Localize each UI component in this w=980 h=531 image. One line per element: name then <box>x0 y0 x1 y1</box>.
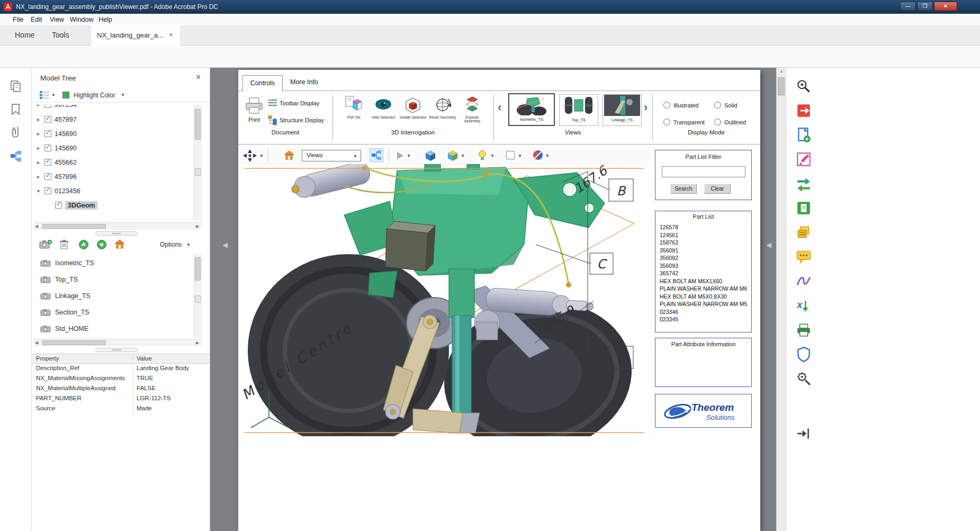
chevron-right-icon[interactable]: ▸ <box>37 145 44 151</box>
document-scrollbar[interactable]: ▲ <box>776 68 786 531</box>
open-pane-icon[interactable] <box>796 426 812 442</box>
tree-node-expanded[interactable]: ▾0123456 <box>37 184 80 198</box>
radio-solid-label[interactable]: Solid <box>724 102 737 109</box>
model-tree-nav-icon[interactable] <box>10 150 22 162</box>
model-tree-toggle[interactable] <box>370 148 383 162</box>
views-prev-icon[interactable]: ‹ <box>498 101 501 114</box>
search-button[interactable]: Search <box>670 184 697 194</box>
panel-splitter[interactable]: •••••• <box>95 348 138 352</box>
tree-node[interactable]: ▸145690 <box>37 141 77 155</box>
chevron-down-icon[interactable]: ▼ <box>186 242 191 247</box>
isolate-selected-icon[interactable] <box>404 95 422 113</box>
pdf-tab-controls[interactable]: Controls <box>242 75 283 92</box>
part-list-item[interactable]: 158762 <box>660 239 749 247</box>
pdf-print-icon[interactable] <box>245 96 264 114</box>
scrollbar-thumb[interactable] <box>195 109 201 140</box>
views-horizontal-scrollbar[interactable]: ◀ ▶ <box>34 339 202 346</box>
structure-display-icon[interactable] <box>268 115 277 125</box>
view-list-item[interactable]: Section_TS <box>40 304 89 320</box>
home-view-icon[interactable] <box>284 150 294 160</box>
part-list-item[interactable]: 023346 <box>660 309 749 317</box>
chevron-down-icon[interactable]: ▼ <box>518 154 522 158</box>
comment-pane-icon[interactable] <box>796 249 812 265</box>
render-mode-icon[interactable] <box>425 150 436 161</box>
chevron-down-icon[interactable]: ▼ <box>545 154 550 158</box>
panel-close-icon[interactable]: × <box>196 73 201 82</box>
create-view-icon[interactable] <box>39 239 52 250</box>
chevron-down-icon[interactable]: ▼ <box>461 154 465 158</box>
toolbar-display-label[interactable]: Toolbar Display <box>280 100 319 106</box>
scrollbar-thumb[interactable] <box>195 168 201 176</box>
tree-node-selected[interactable]: 3DGeom <box>48 198 97 212</box>
part-list-item[interactable]: HEX BOLT AM M6X1X60 <box>660 278 749 286</box>
views-next-icon[interactable]: › <box>644 101 648 114</box>
property-row[interactable]: PART_NUMBERLGR-112-TS <box>32 395 210 405</box>
scrollbar-thumb[interactable] <box>42 224 106 229</box>
node-checkbox[interactable] <box>44 145 51 151</box>
minimize-button[interactable]: — <box>900 2 916 11</box>
structure-display-label[interactable]: Structure Display <box>280 117 324 123</box>
views-vertical-scrollbar[interactable] <box>194 254 202 338</box>
chevron-down-icon[interactable]: ▾ <box>37 188 44 194</box>
collapse-left-panel-icon[interactable]: ◀ <box>222 241 228 249</box>
radio-illustrated[interactable] <box>663 102 670 109</box>
scrollbar-thumb[interactable] <box>195 295 201 303</box>
view-list-item[interactable]: Isometric_TS <box>40 255 94 271</box>
part-list-item[interactable]: 356092 <box>660 255 749 263</box>
radio-solid[interactable] <box>714 102 721 109</box>
radio-outlined-label[interactable]: Outlined <box>724 119 746 125</box>
menu-file[interactable]: File <box>13 16 23 23</box>
node-checkbox[interactable] <box>44 159 51 166</box>
tree-vertical-scrollbar[interactable] <box>194 105 202 220</box>
view-thumbnail[interactable]: Linkage_TS <box>603 94 642 126</box>
radio-outlined[interactable] <box>714 119 721 125</box>
clear-button[interactable]: Clear <box>704 184 731 194</box>
view-list-item[interactable]: Top_TS <box>40 271 78 287</box>
scrollbar-thumb[interactable] <box>42 340 106 345</box>
part-list-item[interactable]: 365742 <box>660 270 749 278</box>
tab-close-icon[interactable]: × <box>169 31 173 39</box>
lighting-icon[interactable] <box>478 150 487 161</box>
tree-horizontal-scrollbar[interactable]: ◀ ▶ <box>34 222 202 230</box>
edit-pdf-icon[interactable] <box>796 151 812 167</box>
previous-view-icon[interactable] <box>78 239 89 250</box>
chevron-right-icon[interactable]: ▸ <box>37 174 44 179</box>
chevron-down-icon[interactable]: ▼ <box>121 93 125 97</box>
create-pdf-icon[interactable] <box>796 127 812 143</box>
next-view-icon[interactable] <box>96 239 107 250</box>
pdf-tab-more-info[interactable]: More Info <box>290 78 318 86</box>
protect-icon[interactable] <box>796 346 812 362</box>
tree-node[interactable]: ▸457897 <box>37 112 77 127</box>
property-row[interactable]: NX_MaterialMultipleAssignedFALSE <box>32 385 210 395</box>
collapse-right-panel-icon[interactable]: ◀ <box>766 241 771 249</box>
part-list-item[interactable]: PLAIN WASHER NARROW AM M5 <box>660 301 749 309</box>
scroll-left-icon[interactable]: ◀ <box>35 224 38 229</box>
chevron-right-icon[interactable]: ▸ <box>37 131 44 137</box>
more-tools-icon[interactable] <box>796 371 812 386</box>
radio-transparent[interactable] <box>663 119 670 125</box>
scroll-right-icon[interactable]: ▶ <box>196 340 199 345</box>
play-animation-icon[interactable] <box>396 151 404 160</box>
tab-home[interactable]: Home <box>15 31 34 39</box>
menu-view[interactable]: View <box>50 16 64 23</box>
tab-tools[interactable]: Tools <box>52 31 69 39</box>
node-checkbox[interactable] <box>44 130 51 137</box>
tree-node[interactable]: ▸455662 <box>37 155 77 169</box>
panel-splitter[interactable]: •••••• <box>95 231 138 236</box>
node-checkbox[interactable] <box>55 202 62 209</box>
page-thumbnails-icon[interactable] <box>10 80 22 92</box>
chevron-right-icon[interactable]: ▸ <box>37 159 44 165</box>
scroll-up-icon[interactable]: ▲ <box>779 69 784 74</box>
highlight-color-swatch[interactable] <box>62 92 69 98</box>
views-dropdown[interactable]: Views ▼ <box>302 150 361 161</box>
close-button[interactable]: ✕ <box>934 2 957 11</box>
fill-sign-icon[interactable] <box>796 273 812 289</box>
tree-node[interactable]: ▸457896 <box>37 169 77 184</box>
part-list-item[interactable]: 023345 <box>660 316 749 324</box>
property-row[interactable]: NX_MaterialMissingAssignmentsTRUE <box>32 375 210 385</box>
toolbar-display-icon[interactable] <box>268 98 277 107</box>
combine-files-icon[interactable] <box>796 224 812 240</box>
options-menu[interactable]: Options <box>160 241 182 248</box>
export-pdf-icon[interactable] <box>796 103 812 119</box>
scrollbar-thumb[interactable] <box>778 77 785 95</box>
